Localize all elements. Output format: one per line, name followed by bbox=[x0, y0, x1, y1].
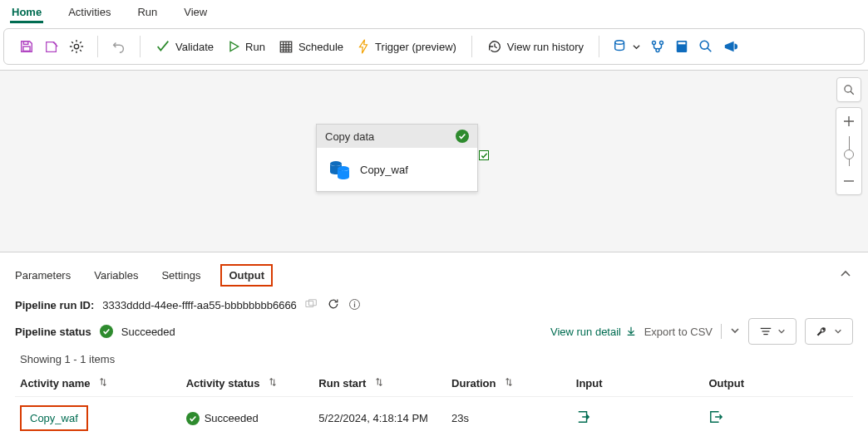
tab-variables[interactable]: Variables bbox=[92, 264, 140, 287]
trigger-button[interactable]: Trigger (preview) bbox=[350, 33, 463, 60]
svg-point-18 bbox=[330, 161, 342, 166]
col-activity-status[interactable]: Activity status bbox=[181, 370, 314, 397]
canvas-search-button[interactable] bbox=[836, 77, 861, 102]
col-output[interactable]: Output bbox=[703, 370, 853, 397]
zoom-control[interactable] bbox=[836, 107, 862, 195]
info-button[interactable] bbox=[348, 298, 361, 313]
menubar-home[interactable]: Home bbox=[10, 1, 43, 23]
pipeline-status-label: Pipeline status bbox=[15, 326, 91, 338]
database-icon bbox=[613, 39, 628, 54]
save-button[interactable] bbox=[14, 33, 39, 60]
copy-run-id-button[interactable] bbox=[305, 298, 318, 312]
filter-button[interactable] bbox=[748, 318, 796, 345]
validate-label: Validate bbox=[175, 41, 214, 53]
view-run-history-button[interactable]: View run history bbox=[481, 33, 590, 60]
svg-line-17 bbox=[708, 48, 712, 52]
row-status-success-icon bbox=[186, 412, 200, 425]
wrench-icon bbox=[816, 325, 829, 338]
plus-icon bbox=[843, 115, 855, 127]
info-icon bbox=[348, 298, 361, 311]
col-duration[interactable]: Duration bbox=[446, 370, 571, 397]
trigger-label: Trigger (preview) bbox=[375, 41, 456, 53]
output-icon bbox=[708, 410, 723, 424]
activity-node-body: Copy_waf bbox=[317, 148, 477, 191]
svg-line-21 bbox=[851, 91, 854, 95]
row-run-start: 5/22/2024, 4:18:14 PM bbox=[318, 412, 428, 424]
activity-validation-check-icon bbox=[479, 150, 489, 160]
activity-name-link[interactable]: Copy_waf bbox=[20, 405, 88, 431]
canvas-toolbar bbox=[836, 77, 861, 195]
chevron-down-icon bbox=[777, 327, 786, 336]
run-button[interactable]: Run bbox=[220, 33, 272, 60]
sort-icon bbox=[268, 377, 278, 390]
svg-point-20 bbox=[844, 85, 851, 91]
branch-button[interactable] bbox=[645, 33, 670, 60]
refresh-icon bbox=[327, 297, 340, 311]
col-input[interactable]: Input bbox=[571, 370, 704, 397]
tab-parameters[interactable]: Parameters bbox=[13, 264, 72, 287]
save-icon bbox=[19, 39, 34, 54]
undo-button[interactable] bbox=[106, 33, 131, 60]
svg-rect-15 bbox=[678, 42, 686, 45]
settings-button[interactable] bbox=[64, 33, 89, 60]
export-csv-button[interactable]: Export to CSV bbox=[644, 326, 713, 338]
save-as-button[interactable] bbox=[39, 33, 64, 60]
run-id-value: 3333dddd-44ee-ffff-aa55-bbbbbbbb6666 bbox=[102, 299, 297, 311]
check-icon bbox=[155, 39, 170, 54]
menubar-run[interactable]: Run bbox=[136, 1, 159, 23]
bottom-panel-tabs: Parameters Variables Settings Output bbox=[0, 257, 868, 292]
view-run-detail-link[interactable]: View run detail bbox=[550, 326, 636, 338]
zoom-in-button[interactable] bbox=[836, 111, 861, 131]
sort-icon bbox=[98, 377, 108, 390]
run-label: Run bbox=[245, 41, 265, 53]
calendar-icon bbox=[279, 39, 293, 54]
tab-output[interactable]: Output bbox=[222, 266, 271, 285]
refresh-button[interactable] bbox=[327, 297, 340, 313]
sort-icon bbox=[504, 377, 514, 390]
col-activity-name[interactable]: Activity name bbox=[15, 370, 181, 397]
chevron-up-icon bbox=[840, 268, 851, 280]
row-input-button[interactable] bbox=[576, 414, 591, 426]
svg-rect-1 bbox=[23, 47, 30, 51]
chevron-down-icon bbox=[834, 327, 842, 336]
svg-point-25 bbox=[354, 301, 356, 302]
pipeline-canvas[interactable]: Copy data Copy_waf bbox=[0, 70, 868, 252]
search-icon bbox=[698, 39, 713, 54]
svg-point-10 bbox=[615, 41, 624, 45]
notebook-icon bbox=[675, 39, 688, 54]
activities-table: Activity name Activity status Run start … bbox=[15, 370, 853, 439]
validate-button[interactable]: Validate bbox=[149, 33, 220, 60]
notebook-button[interactable] bbox=[670, 33, 693, 60]
col-run-start[interactable]: Run start bbox=[313, 370, 446, 397]
zoom-slider[interactable] bbox=[836, 136, 861, 166]
toolbar: Validate Run Schedule Trigger (preview) … bbox=[3, 28, 865, 65]
sort-icon bbox=[374, 377, 384, 390]
history-icon bbox=[487, 39, 502, 54]
undo-icon bbox=[111, 39, 126, 54]
data-source-button[interactable] bbox=[608, 33, 645, 60]
items-count-label: Showing 1 - 1 items bbox=[20, 353, 853, 365]
svg-point-2 bbox=[74, 44, 78, 48]
export-csv-dropdown[interactable] bbox=[730, 326, 740, 338]
gear-icon bbox=[69, 39, 84, 54]
run-id-label: Pipeline run ID: bbox=[15, 299, 94, 311]
tab-settings[interactable]: Settings bbox=[160, 264, 202, 287]
copy-icon bbox=[305, 298, 318, 310]
megaphone-icon bbox=[723, 39, 738, 54]
activity-node[interactable]: Copy data Copy_waf bbox=[316, 124, 478, 192]
activity-node-header: Copy data bbox=[317, 125, 477, 148]
activity-name-label: Copy_waf bbox=[360, 164, 408, 176]
menubar-activities[interactable]: Activities bbox=[67, 1, 112, 23]
panel-collapse-button[interactable] bbox=[836, 265, 855, 286]
svg-rect-26 bbox=[354, 303, 355, 307]
view-run-detail-label: View run detail bbox=[550, 326, 621, 338]
svg-point-16 bbox=[700, 41, 708, 49]
search-button[interactable] bbox=[693, 33, 718, 60]
zoom-out-button[interactable] bbox=[836, 171, 861, 191]
menubar-view[interactable]: View bbox=[182, 1, 209, 23]
row-output-button[interactable] bbox=[708, 414, 723, 426]
schedule-button[interactable]: Schedule bbox=[272, 33, 350, 60]
schedule-label: Schedule bbox=[298, 41, 343, 53]
tools-button[interactable] bbox=[805, 318, 853, 345]
feedback-button[interactable] bbox=[718, 33, 743, 60]
